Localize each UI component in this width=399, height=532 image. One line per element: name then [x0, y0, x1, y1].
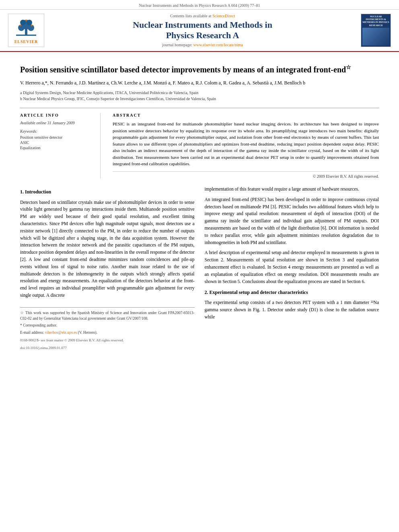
elsevier-tree-icon — [14, 16, 38, 39]
copyright-line: © 2009 Elsevier B.V. All rights reserved… — [113, 171, 379, 179]
svg-point-6 — [27, 20, 32, 25]
article-info-column: ARTICLE INFO Available online 31 January… — [20, 113, 101, 179]
sciencedirect-link[interactable]: ScienceDirect — [212, 14, 235, 18]
page-header: Nuclear Instruments and Methods in Physi… — [0, 0, 399, 10]
email-link[interactable]: viherbos@eln.upv.es — [45, 331, 77, 335]
journal-cover-image: NUCLEAR INSTRUMENTS & METHODS IN PHYSICS… — [361, 14, 391, 47]
article-info-abstract: ARTICLE INFO Available online 31 January… — [20, 113, 379, 179]
intro-para-4: A brief description of experimental setu… — [205, 249, 379, 285]
abstract-column: ABSTRACT PESIC is an integrated front-en… — [113, 113, 379, 179]
keyword-2: ASIC — [20, 140, 92, 145]
svg-point-4 — [28, 25, 34, 31]
elsevier-brand-text: ELSEVIER — [14, 39, 38, 44]
keyword-1: Position sensitive detector — [20, 135, 92, 140]
article-content: Position sensitive scintillator based de… — [0, 52, 399, 359]
journal-title: Nuclear Instruments and Methods in Physi… — [48, 20, 357, 41]
experimental-heading: 2. Experimental setup and detector chara… — [205, 289, 379, 296]
issn-line: 0168-9002/$- see front matter © 2009 Els… — [20, 338, 195, 343]
affiliations: a Digital Systems Design, Nuclear Medici… — [20, 90, 379, 102]
affiliation-a: a Digital Systems Design, Nuclear Medici… — [20, 90, 379, 96]
available-online: Available online 31 January 2009 — [20, 121, 92, 125]
sciencedirect-line: Contents lists available at ScienceDirec… — [48, 14, 357, 18]
elsevier-logo: ELSEVIER — [8, 14, 44, 47]
body-right-column: implementation of this feature would req… — [205, 186, 379, 351]
affiliation-b: b Nuclear Medical Physics Group, IFIC, C… — [20, 96, 379, 102]
section-divider — [20, 108, 379, 108]
homepage-link[interactable]: www.elsevier.com/locate/nima — [193, 43, 243, 47]
svg-point-8 — [31, 25, 33, 26]
intro-para-2: implementation of this feature would req… — [205, 186, 379, 193]
svg-point-5 — [20, 20, 26, 25]
journal-banner: ELSEVIER Contents lists available at Sci… — [0, 10, 399, 52]
authors-list: V. Herrero a,*, N. Ferrando a, J.D. Mart… — [20, 79, 379, 86]
journal-homepage: journal homepage: www.elsevier.com/locat… — [48, 43, 357, 47]
article-title: Position sensitive scintillator based de… — [20, 64, 379, 75]
abstract-heading: ABSTRACT — [113, 113, 379, 117]
footnote-area: ☆ This work was supported by the Spanish… — [20, 307, 195, 351]
journal-header-text: Nuclear Instruments and Methods in Physi… — [139, 3, 260, 8]
star-note: ☆ — [346, 64, 351, 70]
keywords-label: Keywords: — [20, 129, 92, 134]
intro-para-3: An integrated front-end (PESIC) has been… — [205, 196, 379, 246]
svg-rect-1 — [25, 29, 27, 35]
svg-point-9 — [25, 20, 27, 21]
intro-heading: 1. Introduction — [20, 188, 195, 196]
cover-title: NUCLEAR INSTRUMENTS & METHODS IN PHYSICS… — [362, 15, 389, 27]
svg-point-3 — [18, 25, 25, 31]
keyword-3: Equalization — [20, 146, 92, 150]
abstract-text: PESIC is an integrated front-end for mul… — [113, 121, 379, 167]
cover-image-area — [362, 28, 389, 45]
body-two-column: 1. Introduction Detectors based on scint… — [20, 186, 379, 351]
body-left-column: 1. Introduction Detectors based on scint… — [20, 186, 195, 351]
footnote-email: E-mail address: viherbos@eln.upv.es (V. … — [20, 330, 195, 335]
journal-info: Contents lists available at ScienceDirec… — [48, 14, 357, 47]
doi-line: doi:10.1016/j.nima.2009.01.077 — [20, 345, 195, 351]
article-info-heading: ARTICLE INFO — [20, 113, 92, 117]
svg-point-7 — [20, 25, 21, 26]
experimental-para-1: The experimental setup consists of a two… — [205, 299, 379, 320]
footnote-corresponding: * Corresponding author. — [20, 322, 195, 328]
footnote-star: ☆ This work was supported by the Spanish… — [20, 310, 195, 322]
intro-para-1: Detectors based on scintillator crystals… — [20, 199, 195, 299]
